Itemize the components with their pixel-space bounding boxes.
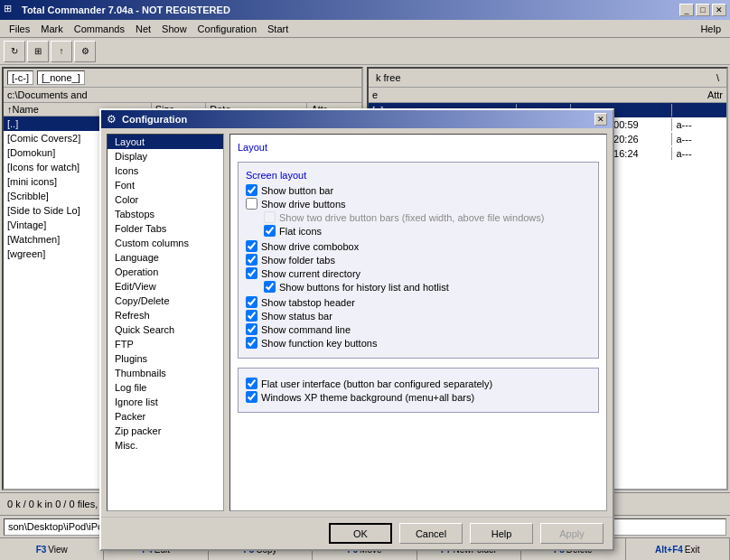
cb-show-folder-tabs-label: Show folder tabs: [261, 255, 335, 266]
cb-show-drive-buttons: Show drive buttons: [246, 198, 591, 210]
close-button[interactable]: ✕: [712, 4, 726, 16]
cb-show-current-dir: Show current directory: [246, 267, 591, 279]
nav-item-zip-packer[interactable]: Zip packer: [108, 424, 223, 438]
menu-net[interactable]: Net: [130, 22, 156, 36]
nav-item-color[interactable]: Color: [108, 192, 223, 207]
nav-item-misc[interactable]: Misc.: [108, 438, 223, 453]
nav-item-display[interactable]: Display: [108, 149, 223, 163]
nav-item-operation[interactable]: Operation: [108, 265, 223, 279]
cb-flat-icons-input[interactable]: [264, 225, 276, 237]
dialog-nav: Layout Display Icons Font Color Tabstops…: [107, 134, 224, 511]
cb-xp-theme-label: Windows XP theme background (menu+all ba…: [261, 392, 474, 403]
cb-function-keys-input[interactable]: [246, 337, 257, 349]
menu-mark[interactable]: Mark: [35, 22, 68, 36]
cb-two-drive-bars-input: [264, 211, 276, 223]
cb-flat-ui-label: Flat user interface (button bar configur…: [261, 378, 492, 389]
toolbar-up[interactable]: ↑: [51, 41, 72, 62]
cb-show-drive-combobox: Show drive combobox: [246, 240, 591, 252]
nav-item-font[interactable]: Font: [108, 178, 223, 192]
fn-altf4[interactable]: Alt+F4Exit: [626, 538, 730, 560]
cb-flat-ui-input[interactable]: [246, 378, 257, 389]
toolbar-config[interactable]: ⚙: [74, 41, 96, 62]
cb-two-drive-bars: Show two drive button bars (fixed width,…: [264, 211, 591, 223]
apply-button[interactable]: Apply: [540, 523, 604, 544]
minimize-button[interactable]: _: [679, 4, 694, 16]
cb-command-line-input[interactable]: [246, 323, 257, 335]
cb-show-drive-buttons-label: Show drive buttons: [261, 199, 346, 210]
dialog-content: Layout Screen layout Show button bar Sho…: [229, 134, 607, 511]
nav-item-icons[interactable]: Icons: [108, 163, 223, 178]
cb-tabstop-header-input[interactable]: [246, 296, 257, 308]
menu-configuration[interactable]: Configuration: [192, 22, 262, 36]
cb-show-button-bar: Show button bar: [246, 184, 591, 196]
nav-item-folder-tabs[interactable]: Folder Tabs: [108, 221, 223, 236]
nav-item-ftp[interactable]: FTP: [108, 337, 223, 351]
toolbar-grid[interactable]: ⊞: [27, 41, 49, 62]
dialog-icon: ⚙: [107, 113, 117, 126]
nav-item-language[interactable]: Language: [108, 250, 223, 265]
cb-command-line-label: Show command line: [261, 324, 351, 335]
cb-show-drive-combobox-label: Show drive combobox: [261, 241, 359, 252]
menu-files[interactable]: Files: [4, 22, 35, 36]
cb-two-drive-bars-label: Show two drive button bars (fixed width,…: [279, 212, 544, 223]
cb-flat-icons-label: Flat icons: [279, 226, 322, 237]
nav-item-edit-view[interactable]: Edit/View: [108, 279, 223, 294]
nav-item-packer[interactable]: Packer: [108, 409, 223, 424]
cb-status-bar-label: Show status bar: [261, 311, 332, 322]
nav-item-refresh[interactable]: Refresh: [108, 308, 223, 322]
content-section-title: Layout: [238, 142, 599, 153]
cb-function-keys-label: Show function key buttons: [261, 338, 377, 349]
cb-status-bar-input[interactable]: [246, 310, 257, 322]
cb-show-folder-tabs-input[interactable]: [246, 254, 257, 266]
cb-show-drive-combobox-input[interactable]: [246, 240, 257, 252]
help-button[interactable]: Help: [470, 523, 533, 544]
dialog-close-button[interactable]: ✕: [594, 113, 607, 126]
cb-show-current-dir-input[interactable]: [246, 267, 257, 279]
nav-item-copy-delete[interactable]: Copy/Delete: [108, 294, 223, 308]
main-area: [-c-] [_none_] c:\Documents and ↑Name Si…: [0, 65, 730, 492]
cb-tabstop-header-label: Show tabstop header: [261, 297, 355, 308]
menu-show[interactable]: Show: [156, 22, 192, 36]
cb-show-drive-buttons-input[interactable]: [246, 198, 257, 210]
screen-layout-label: Screen layout: [246, 170, 591, 181]
dialog-overlay: ⚙ Configuration ✕ Layout Display Icons F…: [0, 65, 730, 492]
cb-command-line: Show command line: [246, 323, 591, 335]
nav-item-tabstops[interactable]: Tabstops: [108, 207, 223, 221]
cb-show-current-dir-label: Show current directory: [261, 268, 360, 279]
nav-item-thumbnails[interactable]: Thumbnails: [108, 366, 223, 380]
maximize-button[interactable]: □: [696, 4, 710, 16]
nav-item-ignore-list[interactable]: Ignore list: [108, 395, 223, 409]
nav-item-plugins[interactable]: Plugins: [108, 351, 223, 366]
cb-xp-theme-input[interactable]: [246, 391, 257, 403]
ok-button[interactable]: OK: [329, 523, 392, 544]
screen-layout-section: Screen layout Show button bar Show drive…: [238, 162, 599, 359]
menu-start[interactable]: Start: [262, 22, 294, 36]
window-controls: _ □ ✕: [679, 4, 726, 16]
dialog-footer: OK Cancel Help Apply: [101, 517, 613, 549]
cancel-button[interactable]: Cancel: [399, 523, 463, 544]
cb-history-hotlist-input[interactable]: [264, 281, 276, 293]
menu-bar: Files Mark Commands Net Show Configurati…: [0, 20, 730, 38]
toolbar: ↻ ⊞ ↑ ⚙: [0, 38, 730, 65]
menu-commands[interactable]: Commands: [69, 22, 130, 36]
fn-f3[interactable]: F3View: [0, 538, 104, 560]
nav-item-layout[interactable]: Layout: [108, 135, 223, 149]
cb-history-hotlist: Show buttons for history list and hotlis…: [264, 281, 591, 293]
cb-show-button-bar-input[interactable]: [246, 184, 257, 196]
dialog-title-bar: ⚙ Configuration ✕: [101, 110, 613, 128]
cb-show-button-bar-label: Show button bar: [261, 185, 333, 196]
toolbar-refresh[interactable]: ↻: [4, 41, 25, 62]
configuration-dialog: ⚙ Configuration ✕ Layout Display Icons F…: [99, 108, 614, 551]
app-title: Total Commander 7.04a - NOT REGISTERED: [22, 5, 679, 15]
cb-show-folder-tabs: Show folder tabs: [246, 254, 591, 266]
menu-help[interactable]: Help: [695, 22, 726, 36]
cb-tabstop-header: Show tabstop header: [246, 296, 591, 308]
cb-flat-ui: Flat user interface (button bar configur…: [246, 378, 591, 389]
nav-item-quick-search[interactable]: Quick Search: [108, 322, 223, 337]
cb-flat-icons: Flat icons: [264, 225, 591, 237]
dialog-title: Configuration: [122, 114, 594, 125]
cb-xp-theme: Windows XP theme background (menu+all ba…: [246, 391, 591, 403]
cb-history-hotlist-label: Show buttons for history list and hotlis…: [279, 282, 449, 293]
nav-item-log-file[interactable]: Log file: [108, 380, 223, 395]
nav-item-custom-columns[interactable]: Custom columns: [108, 236, 223, 250]
